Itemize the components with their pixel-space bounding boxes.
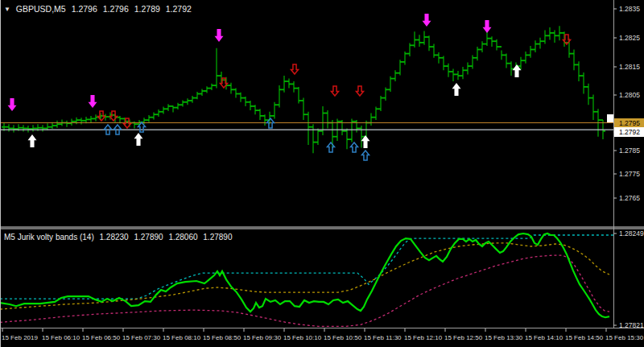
time-axis-label: 15 Feb 14:10 (525, 334, 564, 341)
price-axis-label: 1.2785 (619, 147, 640, 155)
price-axis-label: 1.2815 (619, 63, 640, 71)
current-price-marker (607, 114, 613, 122)
symbol-ohlc-line: ▼ GBPUSD,M5 1.2796 1.2796 1.2789 1.2792 (4, 4, 195, 14)
open-value: 1.2796 (72, 4, 97, 14)
indicator-value-upper: 1.28230 (100, 233, 129, 242)
price-axis-label: 1.2775 (619, 170, 640, 178)
time-axis-label: 15 Feb 12:50 (444, 334, 483, 341)
price-axis-label: 1.2795 (619, 119, 640, 127)
time-axis-label: 15 Feb 08:50 (203, 334, 242, 341)
time-axis-label: 15 Feb 08:10 (163, 334, 201, 341)
indicator-name: M5 Jurik volty bands (14) (4, 233, 94, 242)
main-plot-area[interactable] (0, 0, 613, 226)
price-axis-label: 1.2765 (619, 194, 640, 202)
time-axis-label: 15 Feb 15:30 (605, 334, 644, 341)
time-axis-label: 15 Feb 10:10 (283, 334, 322, 341)
time-axis-label: 15 Feb 13:30 (485, 334, 523, 341)
panel-divider[interactable] (0, 226, 644, 229)
time-axis-label: 15 Feb 07:30 (122, 334, 161, 341)
price-axis-label: 1.28249 (619, 229, 644, 238)
time-axis-label: 15 Feb 12:10 (404, 334, 443, 341)
time-axis-label: 15 Feb 06:50 (82, 334, 121, 341)
indicator-value-middle: 1.28060 (168, 233, 197, 242)
indicator-value-jurik: 1.27890 (203, 233, 232, 242)
time-axis-label: 15 Feb 14:50 (565, 334, 604, 341)
time-axis-label: 15 Feb 10:50 (324, 334, 362, 341)
low-value: 1.2789 (134, 4, 160, 14)
time-axis-label: 15 Feb 06:10 (42, 334, 80, 341)
price-axis-label: 1.2825 (619, 34, 640, 42)
time-axis-label: 15 Feb 11:30 (364, 334, 402, 341)
high-value: 1.2796 (103, 4, 129, 14)
window-left-border (0, 0, 1, 347)
symbol-dropdown-icon[interactable]: ▼ (4, 6, 10, 13)
time-axis-label: 15 Feb 2019 (2, 334, 38, 341)
price-axis-label: 1.27821 (619, 321, 644, 329)
chart-canvas[interactable]: 1.28351.28251.28151.28051.27951.27921.27… (0, 0, 644, 347)
indicator-value-lower: 1.27890 (134, 233, 163, 242)
price-axis-label: 1.2835 (619, 5, 640, 13)
time-axis-label: 15 Feb 09:30 (243, 334, 282, 341)
close-value: 1.2792 (166, 4, 192, 14)
symbol-label: GBPUSD,M5 (16, 4, 66, 14)
mt4-chart-window: 1.28351.28251.28151.28051.27951.27921.27… (0, 0, 644, 347)
price-axis-label: 1.2792 (619, 128, 640, 136)
price-axis-label: 1.2805 (619, 91, 640, 99)
indicator-label-line: M5 Jurik volty bands (14) 1.28230 1.2789… (4, 233, 235, 242)
